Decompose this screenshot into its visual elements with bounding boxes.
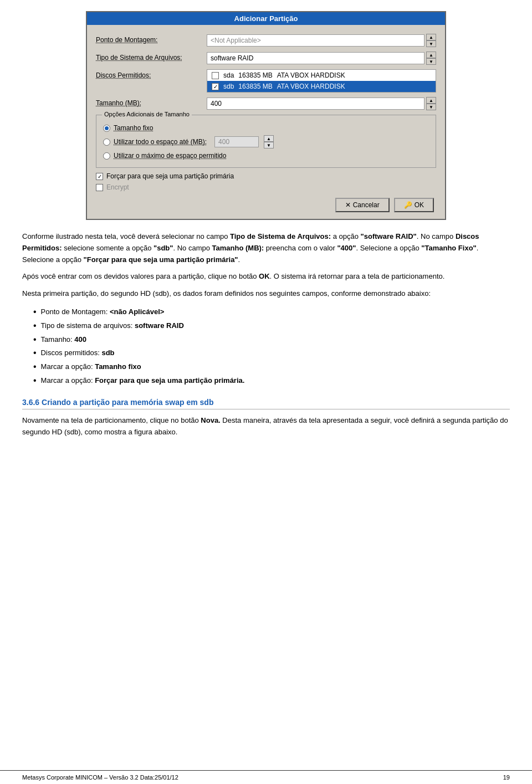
tamanho-input[interactable]: 400	[207, 98, 424, 110]
section-header: 3.6.6 Criando a partição para memória sw…	[22, 398, 510, 409]
para2: Após você entrar com os devidos valores …	[22, 271, 510, 283]
bullet-3-text: Tamanho: 400	[41, 334, 86, 346]
section-para: Novamente na tela de particionamento, cl…	[22, 415, 510, 438]
disk-row-sda[interactable]: sda 163835 MB ATA VBOX HARDDISK	[207, 70, 436, 81]
para1-bold4: "sdb"	[154, 244, 173, 252]
dialog-container: Adicionar Partição Ponto de Montagem: <N…	[22, 11, 510, 220]
radio-ate-row[interactable]: Utilizar todo o espaço até (MB): ▲ ▼	[103, 135, 429, 148]
dialog-inner: Ponto de Montagem: <Not Applicable> ▲ ▼ …	[87, 29, 445, 219]
radio-fixo[interactable]	[103, 125, 110, 132]
tipo-sistema-label: Tipo de Sistema de Arquivos:	[96, 52, 207, 62]
disk-list: sda 163835 MB ATA VBOX HARDDISK sdb 1638…	[207, 69, 436, 93]
para3: Nesta primeira partição, do segundo HD (…	[22, 288, 510, 300]
bullet-1-text: Ponto de Montagem: <não Aplicável>	[41, 306, 165, 318]
page-wrapper: Adicionar Partição Ponto de Montagem: <N…	[0, 0, 532, 784]
forcar-label: Forçar para que seja uma partição primár…	[106, 172, 234, 180]
tamanho-label: Tamanho (MB):	[96, 97, 207, 107]
bullet-2-text: Tipo de sistema de arquivos: software RA…	[41, 320, 184, 332]
tamanho-up[interactable]: ▲	[426, 97, 436, 104]
disk-id-sdb: sdb	[223, 83, 234, 90]
ponto-montagem-down[interactable]: ▼	[426, 40, 436, 47]
disk-row-sdb[interactable]: sdb 163835 MB ATA VBOX HARDDISK	[207, 81, 436, 92]
para1-bold1: Tipo de Sistema de Arquivos:	[230, 232, 331, 240]
radio-ate-up[interactable]: ▲	[264, 135, 274, 142]
radio-ate[interactable]	[103, 139, 110, 146]
bullet-2-bold: software RAID	[135, 321, 184, 330]
bullet-5: Marcar a opção: Tamanho fixo	[33, 361, 510, 373]
ponto-montagem-spinner: ▲ ▼	[426, 34, 436, 47]
radio-ate-input[interactable]	[214, 136, 259, 147]
encrypt-row[interactable]: Encrypt	[96, 183, 436, 191]
disk-id-sda: sda	[223, 71, 234, 79]
radio-fixo-label: Tamanho fixo	[114, 124, 153, 132]
disk-size-sdb: 163835 MB	[238, 83, 272, 90]
tamanho-spinner: ▲ ▼	[426, 97, 436, 110]
bullet-6: Marcar a opção: Forçar para que seja uma…	[33, 375, 510, 387]
para1-bold2: "software RAID"	[361, 232, 417, 240]
section-title: 3.6.6 Criando a partição para memória sw…	[22, 398, 510, 407]
tipo-sistema-down[interactable]: ▼	[426, 58, 436, 65]
dialog-title: Adicionar Partição	[87, 12, 445, 25]
forcar-row[interactable]: Forçar para que seja uma partição primár…	[96, 172, 436, 180]
ok-button[interactable]: 🔑 OK	[394, 198, 434, 212]
bullet-5-text: Marcar a opção: Tamanho fixo	[41, 361, 141, 373]
encrypt-checkbox[interactable]	[96, 184, 103, 191]
para1-bold6: "400"	[337, 244, 356, 252]
tipo-sistema-field: software RAID ▲ ▼	[207, 52, 436, 65]
ponto-montagem-label: Ponto de Montagem:	[96, 34, 207, 44]
encrypt-label: Encrypt	[106, 183, 129, 191]
forcar-checkbox[interactable]	[96, 173, 103, 180]
cancelar-label: Cancelar	[353, 201, 380, 209]
disk-checkbox-sda[interactable]	[212, 72, 219, 79]
tamanho-down[interactable]: ▼	[426, 104, 436, 110]
bullet-4-bold: sdb	[101, 349, 114, 357]
tamanho-field: 400 ▲ ▼	[207, 97, 436, 110]
discos-label: Discos Permitidos:	[96, 69, 207, 79]
radio-ate-label: Utilizar todo o espaço até (MB):	[114, 138, 207, 146]
opcoes-group: Opções Adicionais de Tamanho Tamanho fix…	[96, 115, 436, 168]
dialog-buttons: ✕ Cancelar 🔑 OK	[96, 198, 436, 212]
tipo-sistema-up[interactable]: ▲	[426, 52, 436, 58]
ponto-montagem-input[interactable]: <Not Applicable>	[207, 34, 424, 47]
tipo-sistema-spinner: ▲ ▼	[426, 52, 436, 65]
radio-max[interactable]	[103, 152, 110, 160]
cancelar-button[interactable]: ✕ Cancelar	[335, 198, 390, 212]
section-body: Novamente na tela de particionamento, cl…	[22, 415, 510, 438]
ponto-montagem-up[interactable]: ▲	[426, 34, 436, 40]
tamanho-row: Tamanho (MB): 400 ▲ ▼	[96, 97, 436, 110]
disk-desc-sdb: ATA VBOX HARDDISK	[277, 83, 345, 90]
disk-desc-sda: ATA VBOX HARDDISK	[277, 71, 345, 79]
discos-field: sda 163835 MB ATA VBOX HARDDISK sdb 1638…	[207, 69, 436, 93]
radio-ate-spinner: ▲ ▼	[264, 135, 274, 148]
para1-bold8: "Forçar para que seja uma partição primá…	[84, 255, 238, 264]
body-text: Conforme ilustrado nesta tela, você deve…	[22, 231, 510, 300]
radio-fixo-row[interactable]: Tamanho fixo	[103, 124, 429, 132]
dialog-box: Adicionar Partição Ponto de Montagem: <N…	[86, 11, 446, 220]
bullet-5-bold: Tamanho fixo	[95, 362, 141, 371]
page-footer: Metasys Corporate MINICOM – Versão 3.2 D…	[0, 770, 532, 784]
disk-checkbox-sdb[interactable]	[212, 83, 219, 90]
main-content: Adicionar Partição Ponto de Montagem: <N…	[0, 0, 532, 770]
disk-size-sda: 163835 MB	[238, 71, 272, 79]
para1-bold5: Tamanho (MB):	[212, 244, 264, 252]
bullet-3-bold: 400	[74, 335, 86, 344]
bullet-1: Ponto de Montagem: <não Aplicável>	[33, 306, 510, 318]
para1-bold7: "Tamanho Fixo"	[421, 244, 476, 252]
ok-icon: 🔑	[404, 201, 412, 209]
bullet-2: Tipo de sistema de arquivos: software RA…	[33, 320, 510, 332]
ponto-montagem-field: <Not Applicable> ▲ ▼	[207, 34, 436, 47]
ok-label: OK	[415, 201, 424, 209]
para2-bold: OK	[259, 272, 270, 280]
discos-row: Discos Permitidos: sda 163835 MB ATA VBO…	[96, 69, 436, 93]
tipo-sistema-input[interactable]: software RAID	[207, 52, 424, 64]
footer-left: Metasys Corporate MINICOM – Versão 3.2 D…	[22, 774, 178, 781]
radio-ate-down[interactable]: ▼	[264, 142, 274, 148]
section-para-bold: Nova.	[201, 416, 220, 424]
bullet-6-bold: Forçar para que seja uma partição primár…	[95, 376, 244, 385]
ponto-montagem-row: Ponto de Montagem: <Not Applicable> ▲ ▼	[96, 34, 436, 47]
radio-max-label: Utilizar o máximo de espaço permitido	[114, 152, 226, 160]
radio-max-row[interactable]: Utilizar o máximo de espaço permitido	[103, 152, 429, 160]
tipo-sistema-row: Tipo de Sistema de Arquivos: software RA…	[96, 52, 436, 65]
footer-page-number: 19	[503, 774, 510, 781]
bullet-list: Ponto de Montagem: <não Aplicável> Tipo …	[22, 306, 510, 387]
